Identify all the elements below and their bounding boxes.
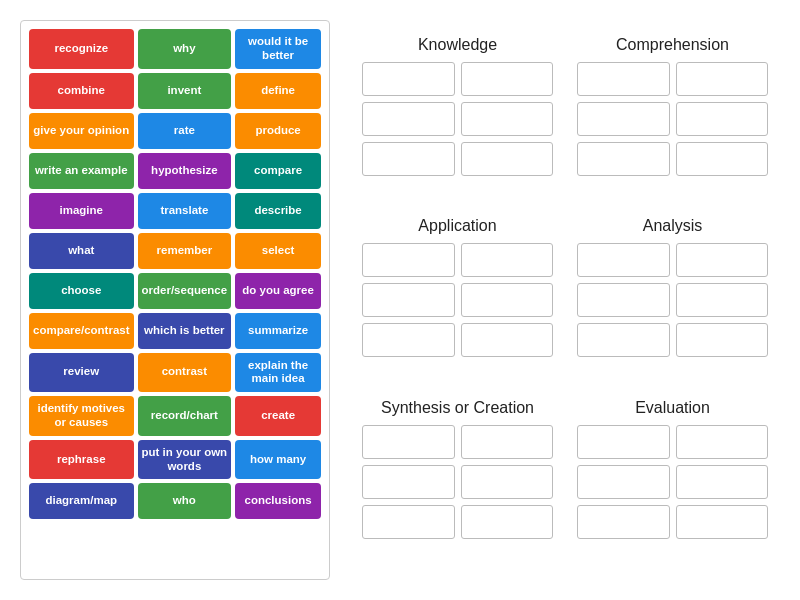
category-title: Application: [418, 217, 496, 235]
drop-boxes-grid: [577, 62, 768, 176]
word-tile[interactable]: order/sequence: [138, 273, 232, 309]
drop-box[interactable]: [461, 102, 554, 136]
drop-box[interactable]: [362, 102, 455, 136]
drop-box[interactable]: [362, 283, 455, 317]
word-tile[interactable]: record/chart: [138, 396, 232, 436]
drop-box[interactable]: [461, 243, 554, 277]
drop-box[interactable]: [362, 425, 455, 459]
category-block-application: Application: [350, 209, 565, 390]
drop-box[interactable]: [362, 505, 455, 539]
drop-box[interactable]: [362, 323, 455, 357]
word-tile[interactable]: rate: [138, 113, 232, 149]
category-block-comprehension: Comprehension: [565, 28, 780, 209]
drop-box[interactable]: [461, 465, 554, 499]
word-tile[interactable]: choose: [29, 273, 134, 309]
drop-box[interactable]: [461, 142, 554, 176]
drop-box[interactable]: [676, 142, 769, 176]
word-tile[interactable]: would it be better: [235, 29, 321, 69]
category-title: Analysis: [643, 217, 703, 235]
drop-box[interactable]: [461, 62, 554, 96]
word-tile[interactable]: define: [235, 73, 321, 109]
category-block-knowledge: Knowledge: [350, 28, 565, 209]
word-tile[interactable]: hypothesize: [138, 153, 232, 189]
drop-box[interactable]: [362, 142, 455, 176]
word-tile[interactable]: create: [235, 396, 321, 436]
category-title: Synthesis or Creation: [381, 399, 534, 417]
drop-box[interactable]: [676, 505, 769, 539]
drop-box[interactable]: [577, 505, 670, 539]
drop-boxes-grid: [362, 62, 553, 176]
word-tile[interactable]: write an example: [29, 153, 134, 189]
category-title: Knowledge: [418, 36, 497, 54]
drop-box[interactable]: [461, 425, 554, 459]
word-tile[interactable]: compare/contrast: [29, 313, 134, 349]
word-tile[interactable]: summarize: [235, 313, 321, 349]
drop-box[interactable]: [577, 425, 670, 459]
word-tile[interactable]: invent: [138, 73, 232, 109]
word-tile[interactable]: recognize: [29, 29, 134, 69]
drop-boxes-grid: [577, 425, 768, 539]
drop-box[interactable]: [577, 283, 670, 317]
drop-box[interactable]: [362, 465, 455, 499]
drop-box[interactable]: [676, 243, 769, 277]
word-tile[interactable]: put in your own words: [138, 440, 232, 480]
drop-box[interactable]: [676, 425, 769, 459]
drop-box[interactable]: [461, 283, 554, 317]
category-title: Comprehension: [616, 36, 729, 54]
word-tile[interactable]: how many: [235, 440, 321, 480]
categories-panel: KnowledgeComprehensionApplicationAnalysi…: [350, 20, 780, 580]
word-tile[interactable]: who: [138, 483, 232, 519]
word-tile[interactable]: describe: [235, 193, 321, 229]
drop-box[interactable]: [676, 102, 769, 136]
word-tile[interactable]: why: [138, 29, 232, 69]
word-tile[interactable]: translate: [138, 193, 232, 229]
drop-box[interactable]: [577, 62, 670, 96]
category-block-synthesis-or-creation: Synthesis or Creation: [350, 391, 565, 572]
drop-box[interactable]: [461, 323, 554, 357]
drop-box[interactable]: [362, 243, 455, 277]
drop-box[interactable]: [577, 102, 670, 136]
drop-box[interactable]: [676, 62, 769, 96]
word-tile[interactable]: produce: [235, 113, 321, 149]
word-tile[interactable]: which is better: [138, 313, 232, 349]
drop-box[interactable]: [461, 505, 554, 539]
word-tile[interactable]: combine: [29, 73, 134, 109]
word-tile[interactable]: compare: [235, 153, 321, 189]
drop-box[interactable]: [676, 465, 769, 499]
word-tile[interactable]: rephrase: [29, 440, 134, 480]
drop-boxes-grid: [362, 425, 553, 539]
drop-boxes-grid: [577, 243, 768, 357]
word-tile[interactable]: imagine: [29, 193, 134, 229]
category-block-analysis: Analysis: [565, 209, 780, 390]
word-tile[interactable]: select: [235, 233, 321, 269]
drop-box[interactable]: [676, 283, 769, 317]
word-tile[interactable]: what: [29, 233, 134, 269]
word-tile[interactable]: give your opinion: [29, 113, 134, 149]
word-tile[interactable]: do you agree: [235, 273, 321, 309]
drop-box[interactable]: [577, 465, 670, 499]
word-tile[interactable]: explain the main idea: [235, 353, 321, 393]
word-tile[interactable]: identify motives or causes: [29, 396, 134, 436]
word-tile[interactable]: contrast: [138, 353, 232, 393]
category-block-evaluation: Evaluation: [565, 391, 780, 572]
word-tile[interactable]: remember: [138, 233, 232, 269]
word-tile[interactable]: review: [29, 353, 134, 393]
word-tile[interactable]: diagram/map: [29, 483, 134, 519]
drop-box[interactable]: [577, 323, 670, 357]
drop-box[interactable]: [577, 243, 670, 277]
word-tile[interactable]: conclusions: [235, 483, 321, 519]
drop-box[interactable]: [577, 142, 670, 176]
category-title: Evaluation: [635, 399, 710, 417]
drop-boxes-grid: [362, 243, 553, 357]
main-container: recognizewhywould it be bettercombineinv…: [0, 0, 800, 600]
drop-box[interactable]: [362, 62, 455, 96]
drop-box[interactable]: [676, 323, 769, 357]
tiles-panel: recognizewhywould it be bettercombineinv…: [20, 20, 330, 580]
